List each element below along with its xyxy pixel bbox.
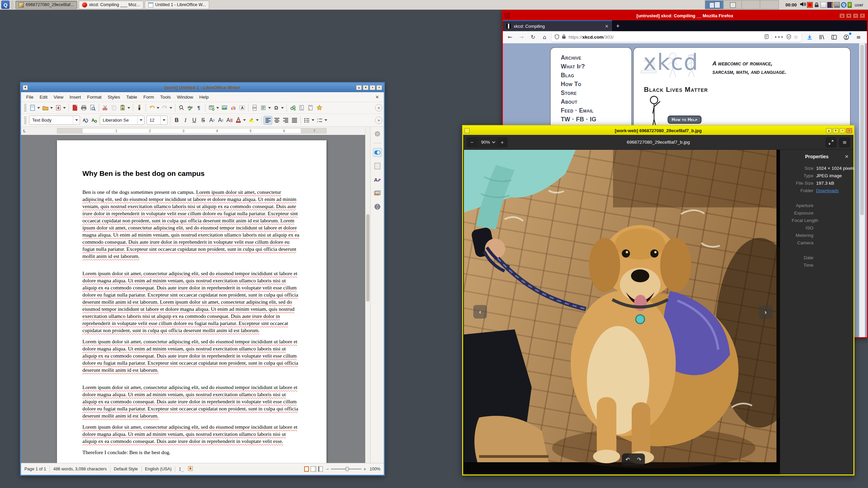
justify-button[interactable] bbox=[290, 116, 299, 125]
style-combo-caret[interactable] bbox=[73, 116, 80, 124]
unsaved-changes-icon[interactable] bbox=[188, 466, 193, 472]
back-button[interactable]: ← bbox=[506, 33, 514, 42]
paste-dropdown-caret[interactable] bbox=[127, 107, 130, 109]
xkcd-link-feed-email[interactable]: Feed · Email bbox=[561, 106, 631, 115]
xkcd-link-archive[interactable]: Archive bbox=[561, 53, 631, 62]
open-file-icon[interactable] bbox=[41, 103, 50, 112]
toolbar-overflow-button[interactable]: » bbox=[375, 104, 382, 111]
redo-icon[interactable] bbox=[160, 103, 169, 112]
volume-icon[interactable] bbox=[800, 1, 806, 8]
font-name-combo[interactable]: Liberation Se bbox=[100, 116, 144, 125]
taskbar-window-firefox[interactable]: xkcd: Compiling ___ Moz... bbox=[79, 1, 143, 9]
maximize-button[interactable]: ▪ bbox=[370, 85, 375, 90]
menu-tools[interactable]: Tools bbox=[157, 93, 174, 101]
xkcd-logo[interactable]: xkcd bbox=[643, 49, 698, 75]
menu-help[interactable]: Help bbox=[196, 93, 212, 101]
xkcd-link-howto[interactable]: How To bbox=[561, 80, 631, 88]
bullet-caret[interactable] bbox=[312, 119, 314, 121]
insert-textbox-icon[interactable]: A bbox=[238, 103, 246, 112]
new-tab-button[interactable]: + bbox=[612, 21, 624, 31]
align-center-button[interactable] bbox=[272, 116, 281, 125]
previous-image-button[interactable]: ‹ bbox=[473, 305, 487, 319]
url-bar[interactable]: https://xkcd.com/303/ ••• ☆ bbox=[552, 33, 801, 42]
paragraph-style-combo[interactable]: Text Body bbox=[29, 116, 80, 125]
qubes-menu-button[interactable]: Q bbox=[1, 1, 9, 9]
font-size-combo[interactable]: 12 bbox=[146, 116, 167, 125]
rotate-ccw-button[interactable]: ↶ bbox=[626, 456, 630, 463]
workspace-4[interactable] bbox=[760, 1, 778, 9]
table-dropdown-caret[interactable] bbox=[216, 107, 219, 109]
text-language[interactable]: English (USA) bbox=[145, 467, 172, 471]
reader-mode-icon[interactable] bbox=[765, 34, 769, 40]
sidebar-page-icon[interactable] bbox=[373, 162, 382, 170]
folder-link[interactable]: Downloads bbox=[816, 187, 839, 195]
photo-area[interactable]: ‹ › ↶ ↷ bbox=[463, 150, 780, 474]
sidebar-navigator-icon[interactable] bbox=[373, 202, 382, 211]
clear-formatting-icon[interactable]: A bbox=[225, 116, 234, 125]
taskbar-window-writer[interactable]: Untitled 1 - LibreOffice W... bbox=[145, 1, 209, 9]
tab-stop-selector[interactable]: L bbox=[21, 127, 28, 135]
bold-button[interactable]: B bbox=[172, 116, 181, 125]
sidebar-styles-icon[interactable]: A bbox=[373, 175, 382, 184]
undo-dropdown-caret[interactable] bbox=[157, 107, 159, 109]
export-pdf-icon[interactable] bbox=[71, 103, 79, 112]
superscript-button[interactable]: A2 bbox=[208, 116, 216, 125]
forward-button[interactable]: → bbox=[517, 33, 526, 42]
user-label[interactable]: user bbox=[855, 2, 863, 7]
documents-icon[interactable] bbox=[821, 2, 826, 8]
workspace-2[interactable] bbox=[724, 1, 742, 9]
qubes-icon[interactable]: Q bbox=[841, 2, 847, 8]
url-text[interactable]: https://xkcd.com/303/ bbox=[569, 35, 762, 40]
firefox-scrollbar[interactable] bbox=[859, 43, 865, 337]
menu-table[interactable]: Table bbox=[123, 93, 140, 101]
special-char-dropdown-caret[interactable] bbox=[281, 107, 284, 109]
insert-footnote-icon[interactable]: 1 bbox=[297, 103, 306, 112]
close-button[interactable]: × bbox=[376, 85, 382, 90]
zoom-slider-thumb[interactable] bbox=[346, 467, 349, 471]
lock-icon[interactable] bbox=[562, 34, 566, 40]
workspace-1[interactable] bbox=[705, 1, 724, 9]
open-dropdown-caret[interactable] bbox=[50, 107, 53, 109]
new-dropdown-caret[interactable] bbox=[37, 107, 40, 109]
writer-titlebar[interactable]: ▾ [work] Untitled 1 - LibreOffice Writer… bbox=[21, 83, 384, 92]
book-view-button[interactable] bbox=[318, 466, 323, 472]
menu-form[interactable]: Form bbox=[140, 93, 157, 101]
zoom-level-dropdown[interactable]: 90% bbox=[477, 140, 497, 145]
viewer-titlebar[interactable]: [work-web] 6968727080_29ecef8af7_b.jpg ▴… bbox=[463, 126, 853, 135]
formatting-marks-icon[interactable]: ¶ bbox=[195, 103, 203, 112]
insert-mode-icon[interactable]: I_ bbox=[179, 467, 184, 472]
toolbar-overflow-button[interactable]: » bbox=[375, 117, 382, 124]
find-replace-icon[interactable] bbox=[177, 103, 186, 112]
menu-hamburger-icon[interactable]: ≡ bbox=[854, 33, 863, 42]
scrollbar-thumb[interactable] bbox=[860, 45, 864, 215]
xkcd-link-blag[interactable]: Blag bbox=[561, 71, 631, 80]
redo-dropdown-caret[interactable] bbox=[170, 107, 172, 109]
field-dropdown-caret[interactable] bbox=[268, 107, 271, 109]
shield-icon[interactable] bbox=[555, 34, 559, 40]
next-image-button[interactable]: › bbox=[759, 305, 772, 319]
menu-hamburger-icon[interactable]: ≡ bbox=[839, 137, 850, 147]
spelling-icon[interactable]: abc bbox=[186, 103, 195, 112]
update-style-icon[interactable]: A bbox=[81, 116, 90, 125]
bullet-list-button[interactable] bbox=[302, 116, 311, 125]
sidebar-toggle-icon[interactable] bbox=[830, 33, 839, 42]
insert-image-icon[interactable] bbox=[220, 103, 229, 112]
save-dropdown-caret[interactable] bbox=[63, 107, 66, 109]
insert-hyperlink-icon[interactable] bbox=[289, 103, 297, 112]
insert-field-icon[interactable] bbox=[259, 103, 268, 112]
new-document-icon[interactable] bbox=[28, 103, 37, 112]
insert-endnote-icon[interactable]: i bbox=[306, 103, 315, 112]
copy-icon[interactable] bbox=[110, 103, 118, 112]
document-page[interactable]: Why Ben is the best dog on campus Ben is… bbox=[57, 140, 327, 463]
menu-edit[interactable]: Edit bbox=[37, 93, 51, 101]
close-document-icon[interactable]: ✕ bbox=[373, 95, 382, 100]
print-preview-icon[interactable] bbox=[88, 103, 97, 112]
home-button[interactable]: ⌂ bbox=[540, 33, 549, 42]
downloads-icon[interactable] bbox=[805, 33, 814, 42]
insert-chart-icon[interactable] bbox=[229, 103, 238, 112]
word-count[interactable]: 486 words, 3,098 characters bbox=[53, 467, 107, 471]
new-style-icon[interactable]: A bbox=[90, 116, 99, 125]
print-icon[interactable] bbox=[79, 103, 88, 112]
size-combo-caret[interactable] bbox=[160, 116, 167, 124]
zoom-slider[interactable]: − + bbox=[326, 466, 366, 472]
